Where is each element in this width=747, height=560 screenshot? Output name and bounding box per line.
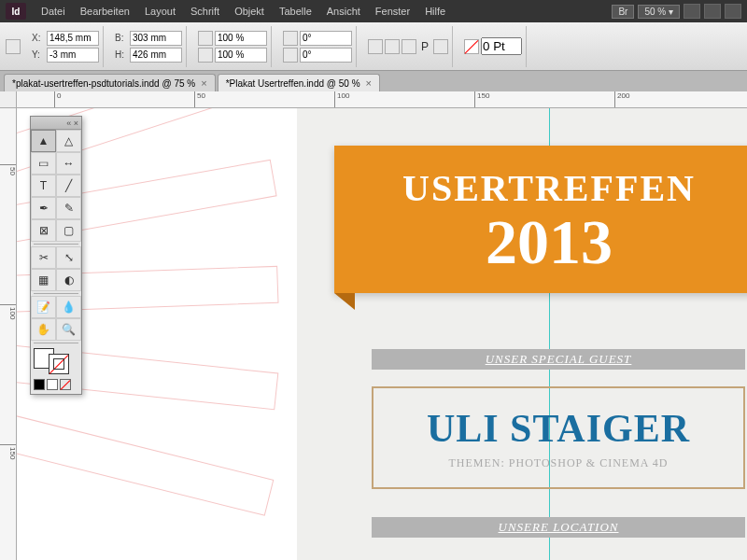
hand-tool[interactable]: ✋ — [31, 318, 56, 341]
stroke-weight-input[interactable] — [481, 37, 522, 55]
apply-gradient-icon[interactable] — [47, 379, 58, 390]
stroke-color-swatch[interactable] — [49, 354, 69, 374]
y-label: Y: — [32, 49, 45, 60]
subheading-guest[interactable]: UNSER SPECIAL GUEST — [372, 349, 745, 370]
page-tool[interactable]: ▭ — [31, 152, 56, 175]
scale-x-icon — [198, 31, 213, 46]
apply-none-icon[interactable] — [60, 379, 71, 390]
banner-fold-left — [334, 293, 355, 310]
ruler-tick: 100 — [0, 304, 17, 319]
doc-tab-1[interactable]: *plakat-usertreffen-psdtutorials.indd @ … — [4, 74, 216, 91]
ruler-origin[interactable] — [0, 91, 17, 108]
ruler-tick: 0 — [54, 91, 61, 108]
menu-schrift[interactable]: Schrift — [183, 6, 227, 17]
pencil-tool[interactable]: ✎ — [56, 197, 81, 219]
scale-x-input[interactable] — [215, 31, 267, 46]
menu-tabelle[interactable]: Tabelle — [272, 6, 319, 17]
eyedropper-tool[interactable]: 💧 — [56, 296, 81, 318]
zoom-tool[interactable]: 🔍 — [56, 318, 81, 341]
type-tool[interactable]: T — [31, 175, 56, 197]
workspace: 0 50 100 150 200 250 50 100 150 USERTREF… — [0, 91, 747, 560]
x-label: X: — [32, 33, 45, 43]
gradient-swatch-tool[interactable]: ▦ — [31, 269, 56, 291]
document-tabbar: *plakat-usertreffen-psdtutorials.indd @ … — [0, 71, 747, 91]
direct-selection-tool[interactable]: △ — [56, 130, 81, 152]
ruler-tick: 100 — [334, 91, 349, 108]
menu-objekt[interactable]: Objekt — [227, 6, 272, 17]
control-panel: X: Y: B: H: P — [0, 22, 747, 71]
w-input[interactable] — [130, 31, 182, 46]
y-input[interactable] — [47, 48, 99, 63]
close-icon[interactable]: × — [201, 77, 206, 89]
menu-bearbeiten[interactable]: Bearbeiten — [73, 6, 137, 17]
free-transform-tool[interactable]: ⤡ — [56, 246, 81, 269]
menu-datei[interactable]: Datei — [34, 6, 73, 17]
menu-fenster[interactable]: Fenster — [368, 6, 417, 17]
workspace-icon[interactable] — [725, 4, 741, 19]
subheading-location[interactable]: UNSERE LOCATION — [372, 517, 745, 538]
app-logo: Id — [6, 3, 26, 20]
line-tool[interactable]: ╱ — [56, 175, 81, 197]
fill-swatch-icon[interactable] — [464, 39, 479, 54]
select-container-icon[interactable] — [402, 39, 416, 54]
rotate-icon — [283, 31, 298, 46]
rotate-input[interactable] — [300, 31, 352, 46]
h-input[interactable] — [130, 48, 182, 63]
note-tool[interactable]: 📝 — [31, 296, 56, 318]
paragraph-icon[interactable]: P — [418, 40, 431, 53]
zoom-dropdown[interactable]: 50 % ▾ — [638, 5, 680, 19]
h-label: H: — [115, 49, 128, 60]
scissors-tool[interactable]: ✂ — [31, 246, 56, 269]
screen-mode-icon[interactable] — [684, 4, 700, 19]
bridge-button[interactable]: Br — [612, 5, 634, 19]
menu-layout[interactable]: Layout — [137, 6, 183, 17]
scale-y-input[interactable] — [215, 48, 267, 63]
menu-hilfe[interactable]: Hilfe — [417, 6, 453, 17]
ruler-tick: 50 — [194, 91, 205, 108]
ruler-tick: 200 — [614, 91, 629, 108]
flip-v-icon[interactable] — [385, 39, 400, 54]
x-input[interactable] — [47, 31, 99, 46]
guest-name: ULI STAIGER — [427, 406, 690, 451]
rectangle-frame-tool[interactable]: ⊠ — [31, 219, 56, 242]
rectangle-tool[interactable]: ▢ — [56, 219, 81, 242]
ruler-horizontal[interactable]: 0 50 100 150 200 250 — [17, 91, 747, 108]
banner-year: 2013 — [486, 210, 613, 273]
menu-ansicht[interactable]: Ansicht — [319, 6, 368, 17]
reference-point-icon[interactable] — [6, 39, 21, 54]
w-label: B: — [115, 33, 128, 43]
toolbox-header[interactable]: « × — [31, 117, 81, 130]
menubar: Id Datei Bearbeiten Layout Schrift Objek… — [0, 0, 747, 22]
banner-title: USERTREFFEN — [402, 166, 696, 210]
guest-topic: THEMEN: PHOTOSHOP & CINEMA 4D — [448, 456, 668, 470]
gradient-feather-tool[interactable]: ◐ — [56, 269, 81, 291]
ruler-vertical[interactable]: 50 100 150 — [0, 108, 17, 560]
doc-tab-2[interactable]: *Plakat Usertreffen.indd @ 50 %× — [218, 74, 380, 91]
selection-tool[interactable]: ▲ — [31, 130, 56, 152]
guest-name-box[interactable]: ULI STAIGER THEMEN: PHOTOSHOP & CINEMA 4… — [372, 386, 745, 489]
effects-icon[interactable] — [433, 39, 448, 54]
close-icon[interactable]: × — [366, 77, 372, 89]
ruler-tick: 50 — [0, 164, 17, 175]
poster-banner[interactable]: USERTREFFEN 2013 — [334, 146, 747, 293]
toolbox-panel[interactable]: « × ▲ △ ▭ ↔ T ╱ ✒ ✎ ⊠ ▢ ✂ ⤡ ▦ ◐ 📝 💧 ✋ — [30, 116, 82, 395]
canvas[interactable]: USERTREFFEN 2013 UNSER SPECIAL GUEST ULI… — [17, 108, 747, 560]
gap-tool[interactable]: ↔ — [56, 152, 81, 175]
apply-color-icon[interactable] — [34, 379, 45, 390]
arrange-icon[interactable] — [704, 4, 721, 19]
ruler-tick: 150 — [0, 444, 17, 459]
shear-icon — [283, 48, 298, 63]
ruler-tick: 150 — [474, 91, 489, 108]
shear-input[interactable] — [300, 48, 352, 63]
flip-h-icon[interactable] — [368, 39, 383, 54]
pen-tool[interactable]: ✒ — [31, 197, 56, 219]
scale-y-icon — [198, 48, 213, 63]
